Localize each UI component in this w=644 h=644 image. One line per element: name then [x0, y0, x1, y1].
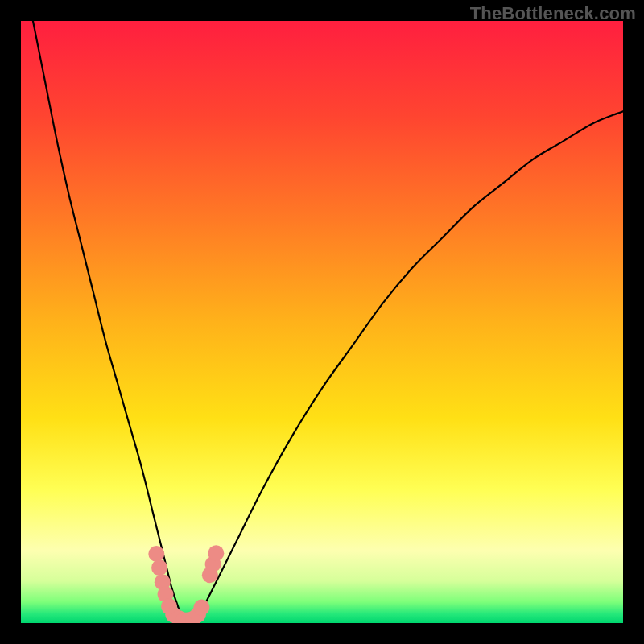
- plot-area: [21, 21, 623, 623]
- highlight-dot: [151, 559, 167, 576]
- chart-frame: TheBottleneck.com: [0, 0, 644, 644]
- highlight-dot: [193, 600, 209, 616]
- highlight-dot: [148, 546, 164, 562]
- gradient-background: [21, 21, 623, 623]
- watermark-text: TheBottleneck.com: [470, 3, 636, 24]
- highlight-dot: [208, 545, 224, 561]
- plot-svg: [21, 21, 623, 623]
